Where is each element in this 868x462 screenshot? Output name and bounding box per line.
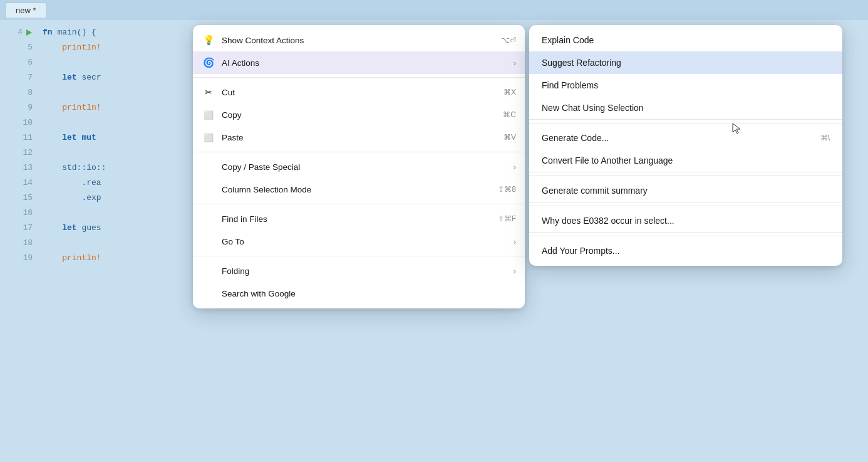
submenu-label-refactor: Suggest Refactoring bbox=[542, 58, 830, 68]
menu-label-copy: Copy bbox=[222, 110, 490, 120]
shortcut-find: ⇧⌘F bbox=[485, 214, 516, 223]
arrow-icon-goto: › bbox=[514, 237, 516, 246]
submenu-label-new-chat: New Chat Using Selection bbox=[542, 103, 830, 113]
menu-item-copy-paste-special[interactable]: Copy / Paste Special › bbox=[193, 155, 525, 178]
shortcut-column: ⇧⌘8 bbox=[485, 185, 516, 194]
copy-icon: ⬜ bbox=[202, 108, 215, 122]
context-menu: 💡 Show Context Actions ⌥⏎ 🌀 AI Actions ›… bbox=[193, 25, 525, 308]
menu-item-search-google[interactable]: Search with Google bbox=[193, 282, 525, 305]
submenu-label-problems: Find Problems bbox=[542, 80, 830, 90]
submenu-label-explain: Explain Code bbox=[542, 35, 830, 45]
copy-paste-icon bbox=[202, 160, 215, 174]
column-icon bbox=[202, 182, 215, 196]
menu-label-google: Search with Google bbox=[222, 289, 516, 298]
submenu-label-commit: Generate commit summary bbox=[542, 186, 830, 196]
line-num-17: 17 bbox=[0, 221, 33, 236]
submenu-label-prompts: Add Your Prompts... bbox=[542, 246, 830, 256]
divider-3 bbox=[193, 204, 525, 204]
cut-icon: ✂ bbox=[202, 85, 215, 99]
line-num-9: 9 bbox=[0, 100, 33, 115]
submenu-item-add-prompts[interactable]: Add Your Prompts... bbox=[529, 239, 842, 262]
shortcut-generate: ⌘\ bbox=[820, 134, 830, 142]
editor-tab[interactable]: new * bbox=[5, 3, 47, 18]
line-num-12: 12 bbox=[0, 145, 33, 160]
find-icon bbox=[202, 212, 215, 226]
arrow-icon-folding: › bbox=[514, 266, 516, 276]
menu-label-ai-actions: AI Actions bbox=[222, 58, 514, 68]
submenu-item-find-problems[interactable]: Find Problems bbox=[529, 74, 842, 97]
menu-item-find-files[interactable]: Find in Files ⇧⌘F bbox=[193, 207, 525, 230]
submenu-item-commit-summary[interactable]: Generate commit summary bbox=[529, 179, 842, 202]
menu-item-cut[interactable]: ✂ Cut ⌘X bbox=[193, 81, 525, 103]
folding-icon bbox=[202, 264, 215, 278]
line-num-14: 14 bbox=[0, 176, 33, 191]
menu-item-goto[interactable]: Go To › bbox=[193, 230, 525, 253]
submenu-item-explain-code[interactable]: Explain Code bbox=[529, 29, 842, 51]
submenu-label-convert: Convert File to Another Language bbox=[542, 155, 830, 165]
line-numbers: 4 5 6 7 8 9 10 11 12 13 14 15 16 17 18 1… bbox=[0, 20, 38, 462]
run-icon[interactable] bbox=[25, 29, 33, 36]
submenu-divider-3 bbox=[529, 206, 842, 206]
line-num-8: 8 bbox=[0, 85, 33, 100]
shortcut-cut: ⌘X bbox=[491, 88, 516, 97]
submenu-item-new-chat[interactable]: New Chat Using Selection bbox=[529, 97, 842, 120]
line-num-4: 4 bbox=[0, 25, 33, 40]
submenu-item-generate-code[interactable]: Generate Code... ⌘\ bbox=[529, 127, 842, 149]
line-num-16: 16 bbox=[0, 206, 33, 221]
submenu-item-why-e0382[interactable]: Why does E0382 occur in select... bbox=[529, 209, 842, 233]
arrow-icon-ai: › bbox=[514, 58, 516, 68]
divider-4 bbox=[193, 256, 525, 256]
submenu-divider-2 bbox=[529, 176, 842, 176]
shortcut-paste: ⌘V bbox=[491, 133, 516, 142]
menu-item-copy[interactable]: ⬜ Copy ⌘C bbox=[193, 103, 525, 126]
menu-label-goto: Go To bbox=[222, 237, 514, 246]
goto-icon bbox=[202, 234, 215, 248]
menu-label-paste: Paste bbox=[222, 133, 491, 142]
submenu-label-error: Why does E0382 occur in select... bbox=[542, 216, 830, 226]
submenu-label-generate: Generate Code... bbox=[542, 133, 820, 143]
line-num-11: 11 bbox=[0, 130, 33, 145]
menu-label-cut: Cut bbox=[222, 88, 491, 97]
divider-2 bbox=[193, 152, 525, 152]
menu-label-column: Column Selection Mode bbox=[222, 185, 485, 194]
line-num-19: 19 bbox=[0, 251, 33, 266]
lightbulb-icon: 💡 bbox=[202, 33, 215, 47]
submenu-item-convert-file[interactable]: Convert File to Another Language bbox=[529, 149, 842, 172]
shortcut-show-context: ⌥⏎ bbox=[488, 36, 516, 45]
line-num-13: 13 bbox=[0, 160, 33, 176]
submenu-divider-4 bbox=[529, 236, 842, 236]
tab-bar: new * bbox=[0, 0, 868, 20]
menu-item-ai-actions[interactable]: 🌀 AI Actions › bbox=[193, 51, 525, 74]
arrow-icon-copy-paste: › bbox=[514, 162, 516, 172]
line-num-15: 15 bbox=[0, 191, 33, 206]
shortcut-copy: ⌘C bbox=[490, 110, 516, 119]
line-num-7: 7 bbox=[0, 70, 33, 85]
menu-item-folding[interactable]: Folding › bbox=[193, 260, 525, 282]
menu-item-column-selection[interactable]: Column Selection Mode ⇧⌘8 bbox=[193, 178, 525, 201]
line-num-18: 18 bbox=[0, 236, 33, 251]
ai-submenu: Explain Code Suggest Refactoring Find Pr… bbox=[529, 25, 842, 266]
menu-label-show-context: Show Context Actions bbox=[222, 36, 488, 45]
line-num-5: 5 bbox=[0, 40, 33, 55]
ai-icon: 🌀 bbox=[202, 56, 215, 70]
line-num-6: 6 bbox=[0, 55, 33, 70]
svg-marker-0 bbox=[26, 29, 32, 36]
menu-item-paste[interactable]: ⬜ Paste ⌘V bbox=[193, 126, 525, 149]
menu-item-show-context[interactable]: 💡 Show Context Actions ⌥⏎ bbox=[193, 29, 525, 51]
submenu-item-suggest-refactoring[interactable]: Suggest Refactoring bbox=[529, 51, 842, 74]
menu-label-copy-paste: Copy / Paste Special bbox=[222, 162, 514, 172]
submenu-divider-1 bbox=[529, 123, 842, 123]
menu-label-find: Find in Files bbox=[222, 214, 485, 224]
paste-icon: ⬜ bbox=[202, 130, 215, 144]
divider-1 bbox=[193, 77, 525, 78]
google-icon bbox=[202, 286, 215, 300]
menu-label-folding: Folding bbox=[222, 266, 514, 276]
line-num-10: 10 bbox=[0, 115, 33, 130]
tab-label: new * bbox=[16, 6, 36, 15]
